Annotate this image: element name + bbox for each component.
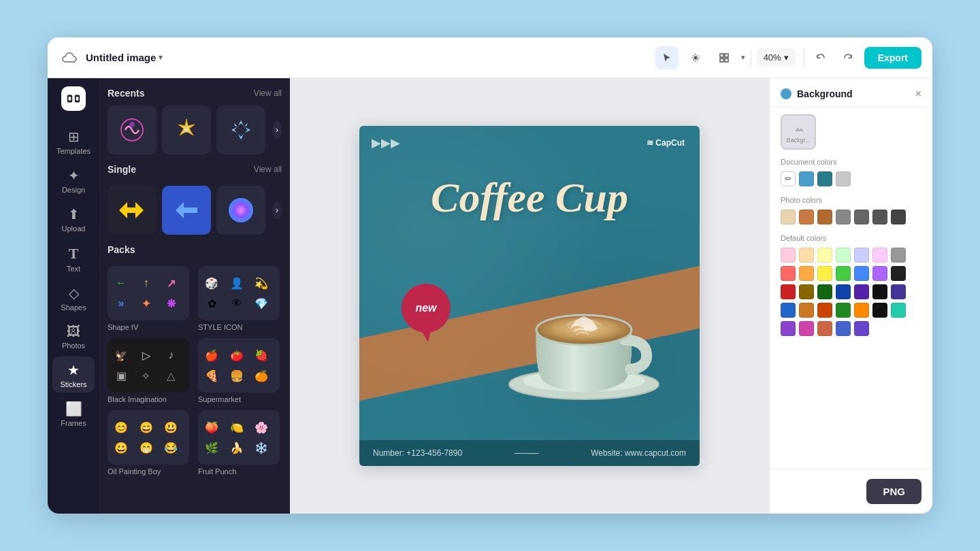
def-color-21[interactable]	[891, 284, 906, 299]
title-area[interactable]: Untitled image ▾	[86, 52, 163, 63]
def-color-10[interactable]	[817, 266, 832, 281]
def-color-11[interactable]	[836, 266, 851, 281]
layout-tool-button[interactable]	[713, 46, 736, 69]
zoom-control[interactable]: 40% ▾	[757, 48, 796, 67]
doc-color-3[interactable]	[836, 171, 851, 186]
def-color-26[interactable]	[854, 303, 869, 318]
def-color-2[interactable]	[799, 248, 814, 263]
def-color-3[interactable]	[817, 248, 832, 263]
def-color-18[interactable]	[836, 284, 851, 299]
def-color-33[interactable]	[854, 321, 869, 336]
def-color-30[interactable]	[799, 321, 814, 336]
def-color-32[interactable]	[836, 321, 851, 336]
def-color-27[interactable]	[872, 303, 887, 318]
sticker-panel: Recents View all › Single View all	[99, 78, 290, 514]
pack-item-oil-painting-boy[interactable]: 😊 😄 😃 😀 😁 😂 Oil Painting Boy	[108, 410, 191, 475]
photo-color-4[interactable]	[836, 210, 851, 224]
text-icon: T	[69, 245, 79, 263]
single-next-button[interactable]: ›	[272, 201, 282, 219]
recents-next-button[interactable]: ›	[272, 121, 282, 139]
zoom-chevron-icon: ▾	[784, 52, 789, 63]
pack-item-black-imagination[interactable]: 🦅 ▷ ♪ ▣ ⟡ △ Black Imagination	[108, 338, 191, 403]
def-color-28[interactable]	[891, 303, 906, 318]
pack-item-shape-iv[interactable]: ← ↑ ↗ » ✦ ❋ Shape IV	[108, 266, 191, 331]
select-tool-button[interactable]	[655, 46, 679, 69]
sidebar-item-frames[interactable]: ⬜ Frames	[52, 395, 95, 431]
def-color-4[interactable]	[836, 248, 851, 263]
recents-view-all[interactable]: View all	[254, 88, 282, 98]
pack-thumb-style-icon[interactable]: 🎲 👤 💫 ✿ 👁 💎	[198, 266, 280, 320]
cloud-icon[interactable]	[59, 47, 80, 69]
sidebar-item-stickers[interactable]: ★ Stickers	[52, 356, 95, 393]
def-color-6[interactable]	[872, 248, 887, 263]
pack-thumb-supermarket[interactable]: 🍎 🍅 🍓 🍕 🍔 🍊	[198, 338, 280, 393]
recents-title: Recents	[108, 88, 144, 99]
doc-color-1[interactable]	[799, 171, 814, 186]
rp-close-button[interactable]: ×	[915, 88, 921, 100]
pack-item-supermarket[interactable]: 🍎 🍅 🍓 🍕 🍔 🍊 Supermarket	[198, 338, 282, 403]
def-color-8[interactable]	[781, 266, 796, 281]
def-color-13[interactable]	[872, 266, 887, 281]
photo-color-3[interactable]	[817, 210, 832, 224]
pack-thumb-black-imagination[interactable]: 🦅 ▷ ♪ ▣ ⟡ △	[108, 338, 189, 393]
sticker-single-2[interactable]	[162, 186, 211, 235]
sidebar-item-photos[interactable]: 🖼 Photos	[52, 318, 95, 354]
icon-nav: ⊞ Templates ✦ Design ⬆ Upload T Text ◇ S…	[48, 78, 99, 514]
sidebar-item-upload[interactable]: ⬆ Upload	[52, 201, 95, 237]
def-color-22[interactable]	[781, 303, 796, 318]
canvas-background: ▶▶▶ ≋ CapCut Coffee Cup	[359, 126, 700, 466]
photo-color-6[interactable]	[872, 210, 887, 224]
svg-rect-1	[720, 54, 723, 57]
def-color-15[interactable]	[781, 284, 796, 299]
sidebar-item-design[interactable]: ✦ Design	[52, 162, 95, 198]
def-color-9[interactable]	[799, 266, 814, 281]
canvas-number: Number: +123-456-7890	[373, 448, 462, 458]
sidebar-item-label: Text	[67, 265, 80, 273]
pack-thumb-shape-iv[interactable]: ← ↑ ↗ » ✦ ❋	[108, 266, 189, 320]
sidebar-item-shapes[interactable]: ◇ Shapes	[52, 280, 95, 316]
def-color-1[interactable]	[781, 248, 796, 263]
sticker-single-3[interactable]	[216, 186, 265, 235]
def-color-20[interactable]	[872, 284, 887, 299]
def-color-31[interactable]	[817, 321, 832, 336]
doc-color-2[interactable]	[817, 171, 832, 186]
undo-button[interactable]	[810, 47, 832, 69]
def-color-25[interactable]	[836, 303, 851, 318]
def-color-5[interactable]	[854, 248, 869, 263]
photo-color-7[interactable]	[891, 210, 906, 224]
sidebar-item-templates[interactable]: ⊞ Templates	[52, 123, 95, 159]
def-color-24[interactable]	[817, 303, 832, 318]
pack-thumb-fruit-punch[interactable]: 🍑 🍋 🌸 🌿 🍌 ❄️	[198, 410, 280, 465]
sticker-recent-1[interactable]	[108, 105, 157, 154]
single-view-all[interactable]: View all	[254, 165, 282, 174]
def-color-16[interactable]	[799, 284, 814, 299]
top-bar-left: Untitled image ▾	[59, 47, 647, 69]
pack-item-style-icon[interactable]: 🎲 👤 💫 ✿ 👁 💎 STYLE ICON	[198, 266, 282, 331]
def-color-23[interactable]	[799, 303, 814, 318]
sticker-single-1[interactable]	[108, 186, 157, 235]
def-color-12[interactable]	[854, 266, 869, 281]
def-color-19[interactable]	[854, 284, 869, 299]
pack-thumb-oil-painting-boy[interactable]: 😊 😄 😃 😀 😁 😂	[108, 410, 189, 465]
photo-color-5[interactable]	[854, 210, 869, 224]
export-button[interactable]: Export	[864, 47, 921, 69]
redo-button[interactable]	[837, 47, 859, 69]
def-color-29[interactable]	[781, 321, 796, 336]
pack-item-fruit-punch[interactable]: 🍑 🍋 🌸 🌿 🍌 ❄️ Fruit Punch	[198, 410, 282, 475]
def-color-14[interactable]	[891, 266, 906, 281]
photo-color-2[interactable]	[799, 210, 814, 224]
pack-label-oil-painting-boy: Oil Painting Boy	[108, 467, 161, 475]
png-button[interactable]: PNG	[866, 479, 921, 504]
layout-chevron-icon[interactable]: ▾	[741, 53, 745, 62]
def-color-17[interactable]	[817, 284, 832, 299]
pan-tool-button[interactable]	[684, 46, 707, 69]
canvas-inner[interactable]: ▶▶▶ ≋ CapCut Coffee Cup	[359, 126, 700, 466]
bg-thumb[interactable]: Backgr...	[781, 114, 816, 150]
def-color-7[interactable]	[891, 248, 906, 263]
photo-color-1[interactable]	[781, 210, 796, 224]
color-pen-button[interactable]: ✏	[781, 171, 796, 186]
sticker-recent-3[interactable]	[216, 105, 265, 154]
pack-label-style-icon: STYLE ICON	[198, 323, 242, 331]
sticker-recent-2[interactable]	[162, 105, 211, 154]
sidebar-item-text[interactable]: T Text	[52, 239, 95, 277]
